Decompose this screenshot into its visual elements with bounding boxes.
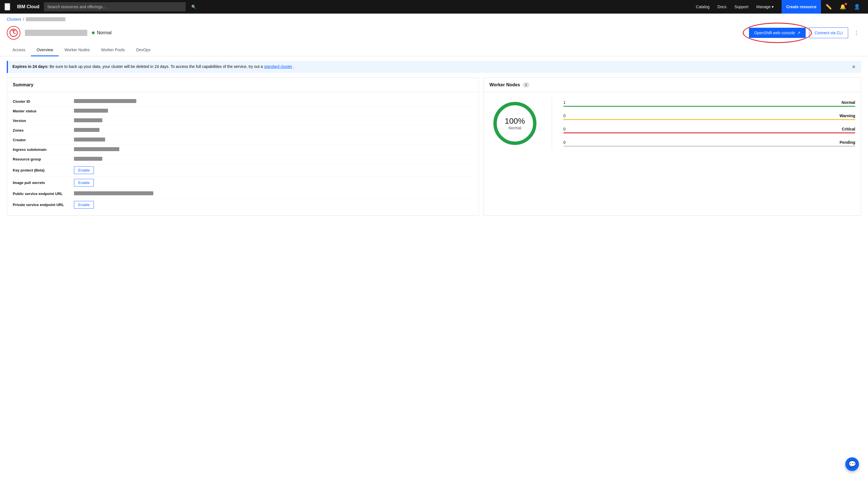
- cluster-status-label: Normal: [97, 30, 112, 35]
- cluster-header: Normal OpenShift web console ↗ Connect v…: [0, 22, 868, 44]
- public-url-label: Public service endpoint URL: [13, 192, 69, 196]
- pending-count: 0: [563, 140, 566, 145]
- critical-name: Critical: [842, 127, 855, 131]
- worker-stats-list: 1 Normal 0 Warning: [563, 100, 855, 147]
- support-link[interactable]: Support: [731, 0, 752, 13]
- banner-link[interactable]: standard cluster: [264, 64, 292, 69]
- breadcrumb-current: [26, 17, 65, 21]
- cluster-id-value: [74, 99, 473, 104]
- image-pull-value: Enable: [74, 179, 473, 186]
- version-value: [74, 118, 473, 123]
- cluster-header-left: Normal: [7, 26, 112, 40]
- cluster-id-redacted: [74, 99, 136, 103]
- breadcrumb: Clusters /: [0, 13, 868, 22]
- image-pull-label: Image pull secrets: [13, 180, 69, 185]
- connect-cli-button[interactable]: Connect via CLI: [809, 28, 848, 38]
- summary-row-private-url: Private service endpoint URL Enable: [13, 199, 473, 211]
- info-banner: Expires in 24 days: Be sure to back up y…: [7, 61, 861, 73]
- critical-bar: [563, 132, 855, 133]
- private-url-value: Enable: [74, 201, 473, 209]
- openshift-btn-wrapper: OpenShift web console ↗: [749, 28, 806, 38]
- summary-row-public-url: Public service endpoint URL: [13, 189, 473, 199]
- creator-value: [74, 138, 473, 142]
- page-wrapper: Clusters / Normal OpenShift: [0, 13, 868, 480]
- banner-text: Expires in 24 days: Be sure to back up y…: [12, 64, 294, 69]
- worker-card-body: 100% Normal 1 Normal: [484, 92, 861, 155]
- manage-link[interactable]: Manage ▾: [753, 0, 777, 13]
- summary-row-ingress: Ingress subdomain: [13, 145, 473, 155]
- chat-fab-button[interactable]: 💬: [845, 457, 859, 471]
- banner-end: .: [293, 64, 294, 69]
- public-url-value: [74, 191, 473, 196]
- edit-icon-button[interactable]: ✏️: [822, 0, 835, 13]
- worker-nodes-card: Worker Nodes 1 100% Normal: [484, 77, 861, 216]
- donut-chart: 100% Normal: [489, 98, 540, 149]
- stat-normal: 1 Normal: [563, 100, 855, 107]
- ingress-value: [74, 147, 473, 152]
- cluster-name-redacted: [25, 30, 87, 36]
- tab-worker-pools[interactable]: Worker Pools: [95, 44, 131, 56]
- hamburger-menu[interactable]: ☰: [4, 3, 10, 10]
- private-url-enable-button[interactable]: Enable: [74, 201, 94, 209]
- version-redacted: [74, 118, 102, 122]
- image-pull-enable-button[interactable]: Enable: [74, 179, 94, 186]
- summary-row-creator: Creator: [13, 135, 473, 145]
- warning-count: 0: [563, 113, 566, 118]
- key-protect-label: Key protect (Beta): [13, 168, 69, 172]
- external-link-icon: ↗: [797, 31, 801, 35]
- summary-row-key-protect: Key protect (Beta) Enable: [13, 164, 473, 177]
- normal-name: Normal: [842, 100, 855, 105]
- docs-link[interactable]: Docs: [714, 0, 730, 13]
- cluster-id-label: Cluster ID: [13, 99, 69, 104]
- catalog-link[interactable]: Catalog: [692, 0, 713, 13]
- search-input[interactable]: [44, 2, 186, 11]
- summary-table: Cluster ID Master status Version: [7, 92, 478, 215]
- chat-icon: 💬: [848, 460, 856, 468]
- cluster-status: Normal: [92, 30, 112, 35]
- zones-label: Zones: [13, 128, 69, 132]
- version-label: Version: [13, 118, 69, 123]
- summary-row-resource-group: Resource group: [13, 155, 473, 164]
- summary-title: Summary: [13, 82, 33, 88]
- zones-redacted: [74, 128, 99, 132]
- summary-card: Summary Cluster ID Master status Versi: [7, 77, 479, 216]
- more-options-button[interactable]: ⋮: [851, 28, 861, 38]
- vertical-divider: [552, 98, 552, 149]
- status-dot-green: [92, 31, 95, 34]
- openshift-console-button[interactable]: OpenShift web console ↗: [749, 28, 806, 38]
- stat-pending: 0 Pending: [563, 140, 855, 147]
- cluster-header-right: OpenShift web console ↗ Connect via CLI …: [749, 28, 861, 38]
- donut-status-label: Normal: [505, 126, 525, 130]
- banner-bold: Expires in 24 days:: [12, 64, 49, 69]
- warning-bar: [563, 119, 855, 120]
- tabs-bar: Access Overview Worker Nodes Worker Pool…: [0, 44, 868, 56]
- tab-overview[interactable]: Overview: [31, 44, 59, 56]
- stat-warning: 0 Warning: [563, 113, 855, 120]
- master-status-redacted: [74, 109, 108, 113]
- private-url-label: Private service endpoint URL: [13, 203, 69, 207]
- key-protect-enable-button[interactable]: Enable: [74, 166, 94, 174]
- breadcrumb-separator: /: [23, 17, 24, 22]
- zones-value: [74, 128, 473, 133]
- summary-row-cluster-id: Cluster ID: [13, 97, 473, 106]
- tab-devops[interactable]: DevOps: [130, 44, 156, 56]
- creator-redacted: [74, 138, 105, 141]
- user-profile-button[interactable]: 👤: [850, 0, 864, 13]
- tab-access[interactable]: Access: [7, 44, 31, 56]
- banner-close-button[interactable]: ✕: [851, 64, 857, 70]
- clusters-breadcrumb-link[interactable]: Clusters: [7, 17, 21, 22]
- resource-group-value: [74, 157, 473, 162]
- summary-row-zones: Zones: [13, 126, 473, 135]
- normal-count: 1: [563, 100, 566, 105]
- worker-nodes-count-badge: 1: [523, 82, 529, 88]
- notifications-button[interactable]: 🔔: [836, 0, 849, 13]
- brand-logo: IBM Cloud: [17, 4, 39, 9]
- tab-worker-nodes[interactable]: Worker Nodes: [59, 44, 95, 56]
- cluster-logo: [7, 26, 21, 40]
- master-status-label: Master status: [13, 109, 69, 113]
- summary-row-master-status: Master status: [13, 106, 473, 116]
- creator-label: Creator: [13, 138, 69, 142]
- resource-group-redacted: [74, 157, 102, 161]
- create-resource-button[interactable]: Create resource: [781, 0, 821, 13]
- notification-dot: [845, 3, 847, 5]
